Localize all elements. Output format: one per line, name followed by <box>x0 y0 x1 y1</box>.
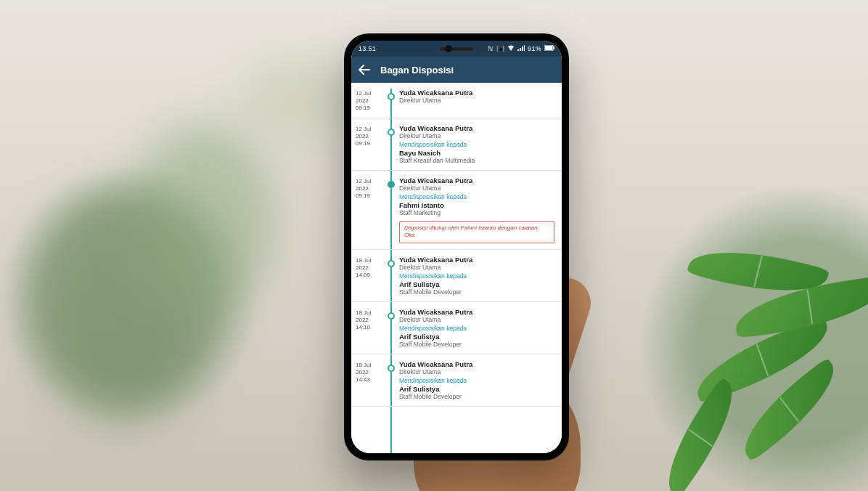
timeline-date: 18 Jul202214:43 <box>356 360 386 400</box>
receiver-role: Staff Kreatif dan Multimedia <box>399 157 554 164</box>
disposition-action: Mendisposisikan kepada <box>399 377 554 384</box>
receiver-name: Arif Sulistya <box>399 385 554 393</box>
timeline-date: 12 Jul202209:19 <box>356 176 386 243</box>
sender-role: Direktur Utama <box>399 132 554 139</box>
timeline-item[interactable]: 18 Jul202214:43Yuda Wicaksana PutraDirek… <box>351 354 562 407</box>
timeline-dot <box>388 260 395 267</box>
receiver-role: Staff Mobile Developer <box>399 393 554 400</box>
sender-name: Yuda Wicaksana Putra <box>399 176 554 184</box>
timeline-body: Yuda Wicaksana PutraDirektur UtamaMendis… <box>386 308 554 348</box>
receiver-name: Arif Sulistya <box>399 333 554 341</box>
sender-name: Yuda Wicaksana Putra <box>399 124 554 132</box>
sender-name: Yuda Wicaksana Putra <box>399 360 554 368</box>
timeline-item[interactable]: 12 Jul202209:19Yuda Wicaksana PutraDirek… <box>351 83 562 118</box>
timeline-date: 12 Jul202209:19 <box>356 124 386 164</box>
sender-name: Yuda Wicaksana Putra <box>399 89 554 97</box>
timeline-body: Yuda Wicaksana PutraDirektur UtamaMendis… <box>386 176 554 243</box>
nfc-icon: ℕ <box>488 45 493 52</box>
sender-name: Yuda Wicaksana Putra <box>399 308 554 316</box>
timeline-dot <box>388 181 395 188</box>
timeline-date: 12 Jul202209:19 <box>356 89 386 112</box>
timeline-dot <box>388 312 395 320</box>
sender-role: Direktur Utama <box>399 368 554 376</box>
sender-role: Direktur Utama <box>399 264 554 271</box>
timeline-content[interactable]: 12 Jul202209:19Yuda Wicaksana PutraDirek… <box>351 83 562 453</box>
app-bar: Bagan Disposisi <box>351 57 562 83</box>
sender-role: Direktur Utama <box>399 316 554 323</box>
status-time: 13.51 <box>359 45 376 52</box>
timeline-item[interactable]: 18 Jul202214:09Yuda Wicaksana PutraDirek… <box>351 250 562 302</box>
timeline-body: Yuda Wicaksana PutraDirektur Utama <box>386 89 554 112</box>
timeline-date: 18 Jul202214:10 <box>356 308 386 348</box>
phone-frame: 13.51 ℕ 📳 91% <box>344 33 569 460</box>
disposition-action: Mendisposisikan kepada <box>399 325 554 332</box>
timeline-item[interactable]: 12 Jul202209:19Yuda Wicaksana PutraDirek… <box>351 171 562 250</box>
back-button[interactable] <box>359 64 370 76</box>
phone-screen: 13.51 ℕ 📳 91% <box>351 41 562 453</box>
timeline-date: 18 Jul202214:09 <box>356 256 386 296</box>
timeline-body: Yuda Wicaksana PutraDirektur UtamaMendis… <box>386 360 554 400</box>
timeline-dot <box>388 93 395 100</box>
receiver-name: Arif Sulistya <box>399 280 554 288</box>
timeline-dot <box>388 365 395 372</box>
signal-icon <box>517 45 525 52</box>
bg-blur <box>131 123 276 312</box>
phone-camera <box>445 45 452 52</box>
receiver-role: Staff Mobile Developer <box>399 288 554 296</box>
sender-name: Yuda Wicaksana Putra <box>399 256 554 264</box>
disposition-action: Mendisposisikan kepada <box>399 272 554 280</box>
status-battery: 91% <box>528 45 541 52</box>
disposition-action: Mendisposisikan kepada <box>399 141 554 148</box>
arrow-left-icon <box>359 64 370 76</box>
timeline-item[interactable]: 18 Jul202214:10Yuda Wicaksana PutraDirek… <box>351 302 562 354</box>
disposition-action: Mendisposisikan kepada <box>399 193 554 200</box>
receiver-name: Bayu Nasich <box>399 149 554 157</box>
vibrate-icon: 📳 <box>496 45 504 52</box>
disposition-note: Disposisi ditutup oleh Fahmi Istanto den… <box>399 221 554 243</box>
wifi-icon <box>507 45 515 52</box>
receiver-name: Fahmi Istanto <box>399 201 554 209</box>
timeline-item[interactable]: 12 Jul202209:19Yuda Wicaksana PutraDirek… <box>351 118 562 171</box>
scene-background: 13.51 ℕ 📳 91% <box>0 0 868 491</box>
sender-role: Direktur Utama <box>399 97 554 104</box>
svg-rect-1 <box>545 46 552 50</box>
svg-rect-2 <box>553 46 554 49</box>
timeline-dot <box>388 129 395 136</box>
receiver-role: Staff Marketing <box>399 209 554 216</box>
bg-blur <box>239 58 356 145</box>
receiver-role: Staff Mobile Developer <box>399 341 554 348</box>
page-title: Bagan Disposisi <box>380 65 454 76</box>
sender-role: Direktur Utama <box>399 184 554 192</box>
timeline-body: Yuda Wicaksana PutraDirektur UtamaMendis… <box>386 124 554 164</box>
timeline-body: Yuda Wicaksana PutraDirektur UtamaMendis… <box>386 256 554 296</box>
battery-icon <box>544 45 554 52</box>
